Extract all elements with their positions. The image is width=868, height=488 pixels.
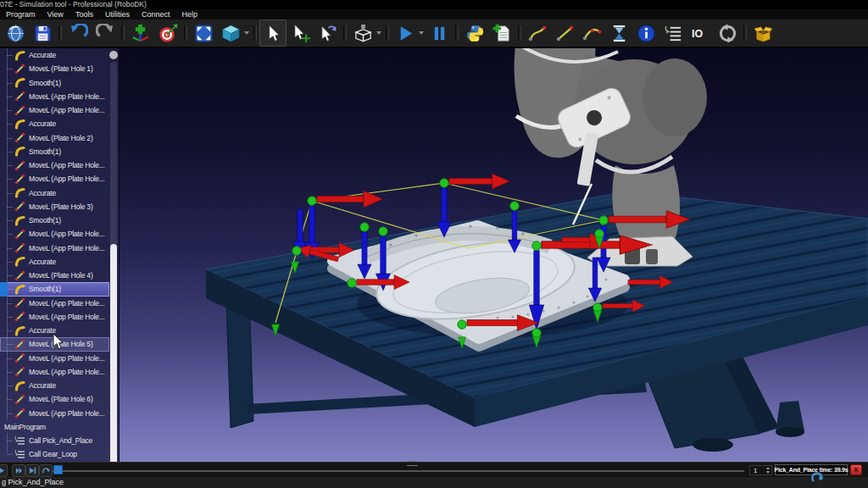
scrollbar-thumb[interactable] bbox=[110, 244, 117, 462]
tree-item[interactable]: Smooth(1) bbox=[0, 282, 109, 296]
movec-instruction-button[interactable] bbox=[578, 19, 605, 47]
smooth-instruction-icon bbox=[14, 380, 25, 391]
tree-item-label: MoveL (App Plate Hole... bbox=[29, 161, 104, 169]
move-reference-tool-button[interactable] bbox=[314, 19, 341, 47]
smooth-instruction-icon bbox=[14, 215, 25, 226]
call-instruction-icon bbox=[14, 449, 25, 460]
tree-item[interactable]: Accurate bbox=[0, 117, 109, 130]
tree-item[interactable]: MoveL (App Plate Hole... bbox=[0, 352, 109, 365]
movel-instruction-icon bbox=[14, 105, 25, 116]
export-simulation-button[interactable] bbox=[749, 19, 776, 47]
isometric-view-icon bbox=[221, 24, 241, 43]
run-simulation-button[interactable] bbox=[392, 19, 419, 47]
tree-item[interactable]: MoveL (App Plate Hole... bbox=[0, 241, 109, 255]
speed-spinner[interactable]: 1 bbox=[749, 465, 772, 475]
tree-item[interactable]: Accurate bbox=[0, 379, 109, 392]
tree-item[interactable]: MainProgram bbox=[0, 420, 109, 434]
movel-instruction-icon bbox=[14, 132, 25, 143]
tree-item[interactable]: MoveL (App Plate Hole... bbox=[0, 90, 109, 103]
menu-connect[interactable]: Connect bbox=[136, 10, 176, 19]
tree-item[interactable]: MoveL (Plate Hole 6) bbox=[0, 392, 109, 406]
menu-program[interactable]: Program bbox=[0, 10, 42, 19]
tree-item[interactable]: MoveL (Plate Hole 4) bbox=[0, 269, 109, 282]
open-online-library-button[interactable] bbox=[2, 19, 29, 47]
toolbar-separator bbox=[455, 25, 459, 41]
tree-item[interactable]: MoveL (App Plate Hole... bbox=[0, 227, 109, 241]
add-reference-frame-button[interactable] bbox=[127, 19, 154, 47]
tree-item[interactable]: MoveL (App Plate Hole... bbox=[0, 407, 109, 420]
tree-item[interactable]: Accurate bbox=[0, 48, 109, 62]
viewport-3d[interactable] bbox=[120, 48, 868, 462]
tree-item[interactable]: Accurate bbox=[0, 186, 109, 200]
pause-instruction-button[interactable] bbox=[605, 19, 632, 47]
tree-item-label: Accurate bbox=[29, 119, 56, 128]
menu-utilities[interactable]: Utilities bbox=[99, 10, 136, 19]
tree-item-label: MoveL (App Plate Hole... bbox=[29, 299, 104, 308]
scrollbar-top-dot[interactable] bbox=[109, 51, 118, 59]
tree-item[interactable]: MoveL (App Plate Hole... bbox=[0, 365, 109, 379]
movej-instruction-button[interactable] bbox=[524, 19, 551, 47]
add-target-button[interactable] bbox=[154, 19, 181, 47]
simulation-slider-track[interactable] bbox=[53, 470, 744, 472]
spinner-arrows[interactable] bbox=[765, 466, 771, 474]
tree-item-label: MoveL (App Plate Hole... bbox=[29, 368, 104, 376]
tree-item[interactable]: MoveL (App Plate Hole... bbox=[0, 158, 109, 172]
menu-tools[interactable]: Tools bbox=[70, 10, 99, 19]
add-target-tool-button[interactable] bbox=[287, 19, 314, 47]
add-program-button[interactable] bbox=[488, 19, 515, 47]
program-call-instruction-button[interactable] bbox=[659, 19, 687, 47]
set-io-instruction-button[interactable]: IO bbox=[687, 19, 714, 47]
redo-icon bbox=[96, 24, 115, 43]
tree-item[interactable]: Accurate bbox=[0, 255, 109, 269]
pause-simulation-button[interactable] bbox=[426, 19, 453, 47]
tree-item[interactable]: Smooth(1) bbox=[0, 214, 109, 227]
add-target-icon bbox=[159, 24, 178, 43]
tree-item[interactable]: Smooth(1) bbox=[0, 145, 109, 158]
isometric-view-dropdown[interactable] bbox=[244, 31, 249, 35]
save-station-icon bbox=[33, 24, 53, 43]
tree-item[interactable]: MoveL (App Plate Hole... bbox=[0, 103, 109, 117]
fast-forward-button[interactable] bbox=[12, 464, 25, 477]
isometric-view-button[interactable] bbox=[217, 19, 244, 47]
tree-item-label: MoveL (App Plate Hole... bbox=[29, 106, 104, 114]
skip-to-end-button[interactable] bbox=[25, 464, 39, 477]
tree-item[interactable]: Call Gear_Loop bbox=[0, 447, 109, 461]
close-timer-button[interactable]: × bbox=[850, 464, 862, 475]
movel-instruction-icon bbox=[555, 24, 575, 43]
loop-button[interactable] bbox=[39, 464, 53, 477]
menu-help[interactable]: Help bbox=[175, 10, 203, 19]
movel-instruction-icon bbox=[14, 160, 25, 171]
tree-item[interactable]: Smooth(1) bbox=[0, 76, 109, 90]
undo-button[interactable] bbox=[64, 19, 92, 47]
tree-item[interactable]: MoveL (Plate Hole 1) bbox=[0, 62, 109, 75]
tree-item[interactable]: MoveL (Plate Hole 3) bbox=[0, 200, 109, 214]
select-tool-button[interactable] bbox=[259, 19, 287, 47]
add-python-program-button[interactable] bbox=[461, 19, 488, 47]
tree-item[interactable]: MoveL (App Plate Hole... bbox=[0, 310, 109, 324]
movel-instruction-button[interactable] bbox=[551, 19, 578, 47]
fit-to-screen-icon bbox=[194, 24, 214, 43]
redo-button[interactable] bbox=[92, 19, 119, 47]
tree-item-label: MoveL (App Plate Hole... bbox=[29, 175, 104, 183]
show-instructions-button[interactable] bbox=[632, 19, 659, 47]
update-program-button[interactable] bbox=[714, 19, 741, 47]
fit-to-screen-button[interactable] bbox=[190, 19, 217, 47]
tree-item[interactable]: MoveL (App Plate Hole... bbox=[0, 297, 109, 310]
splitter-grip[interactable] bbox=[407, 461, 418, 466]
movel-instruction-icon bbox=[14, 394, 25, 405]
pallet-tool-dropdown[interactable] bbox=[376, 31, 381, 35]
smooth-instruction-icon bbox=[14, 50, 25, 61]
menu-view[interactable]: View bbox=[42, 10, 70, 19]
movel-instruction-icon bbox=[14, 174, 25, 185]
movel-instruction-icon bbox=[14, 311, 25, 322]
simulation-slider-handle[interactable] bbox=[53, 465, 63, 474]
run-simulation-dropdown[interactable] bbox=[419, 31, 424, 35]
tree-item-label: MoveL (App Plate Hole... bbox=[29, 230, 104, 238]
tree-item[interactable]: MoveL (App Plate Hole... bbox=[0, 172, 109, 186]
tree-item[interactable]: Call Pick_And_Place bbox=[0, 434, 109, 447]
save-station-button[interactable] bbox=[29, 19, 56, 47]
tree-item[interactable]: MoveL (Plate Hole 2) bbox=[0, 131, 109, 145]
pallet-tool-icon bbox=[353, 24, 373, 43]
pallet-tool-button[interactable] bbox=[349, 19, 376, 47]
play-button[interactable] bbox=[0, 464, 8, 477]
